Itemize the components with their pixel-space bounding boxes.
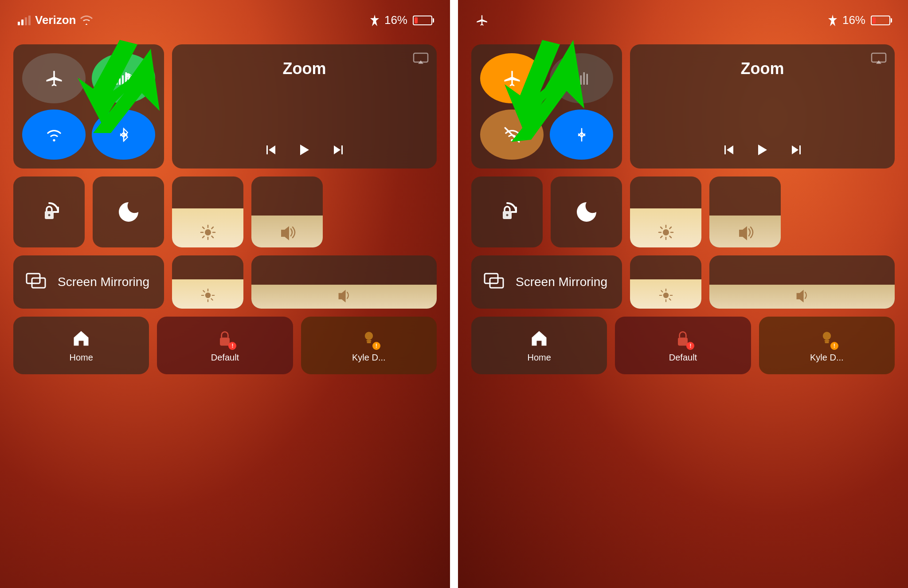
- volume-tile2-left[interactable]: [251, 255, 437, 309]
- battery-percent-left: 16%: [384, 13, 407, 27]
- home-shortcut-right[interactable]: Home: [471, 317, 607, 374]
- do-not-disturb-tile-right[interactable]: [551, 176, 622, 247]
- right-panel: 16%: [458, 0, 908, 588]
- volume2-icon-left: [336, 288, 352, 304]
- volume-icon-left: [278, 224, 296, 242]
- cellular-icon-right: [572, 69, 591, 88]
- wifi-btn-right[interactable]: [480, 110, 544, 160]
- volume-tile-left[interactable]: [251, 176, 323, 247]
- svg-point-5: [53, 139, 55, 141]
- media-controls-left: [263, 142, 346, 158]
- play-btn-right[interactable]: [755, 142, 771, 158]
- airplane-status-icon: [476, 14, 488, 27]
- kyle-shortcut-left[interactable]: ! Kyle D...: [301, 317, 437, 374]
- svg-point-37: [506, 214, 508, 216]
- svg-rect-29: [366, 340, 371, 341]
- brightness2-icon-left: [201, 288, 215, 304]
- location-icon: [370, 15, 379, 26]
- prev-btn-left[interactable]: [263, 142, 279, 158]
- default-shortcut-right[interactable]: ! Default: [615, 317, 751, 374]
- airplay-icon-left: [413, 52, 429, 67]
- status-left-right: [476, 14, 488, 27]
- brightness-tile2-right[interactable]: [630, 255, 701, 309]
- wifi-icon-left: [45, 125, 63, 144]
- middle-row-left: [13, 176, 437, 247]
- airplane-icon-right: [503, 69, 521, 88]
- svg-line-45: [669, 227, 671, 229]
- default-label-right: Default: [669, 353, 697, 363]
- svg-point-57: [823, 332, 831, 340]
- svg-rect-59: [825, 341, 829, 343]
- default-label-left: Default: [211, 353, 239, 363]
- connectivity-tile-left: [13, 44, 164, 169]
- brightness-tile2-left[interactable]: [172, 255, 243, 309]
- kyle-shortcut-right[interactable]: ! Kyle D...: [759, 317, 895, 374]
- airplane-mode-btn-left[interactable]: [22, 53, 86, 103]
- home-shortcut-left[interactable]: Home: [13, 317, 149, 374]
- media-controls-right: [721, 142, 804, 158]
- prev-btn-right[interactable]: [721, 142, 737, 158]
- svg-point-20: [205, 293, 210, 298]
- screen-mirroring-tile-right[interactable]: Screen Mirroring: [471, 255, 622, 309]
- wifi-status-icon: [80, 16, 93, 25]
- moon-icon-left: [115, 199, 142, 225]
- bluetooth-btn-left[interactable]: [92, 110, 155, 160]
- brightness-tile-right[interactable]: [630, 176, 701, 247]
- battery-percent-right: 16%: [842, 13, 865, 27]
- signal-bar-1: [18, 22, 20, 25]
- svg-line-16: [211, 227, 213, 229]
- alert-badge-right: !: [686, 342, 694, 350]
- home-label-right: Home: [527, 353, 551, 363]
- svg-line-54: [661, 290, 662, 292]
- bulb-icon-container-left: !: [359, 329, 379, 348]
- default-shortcut-left[interactable]: ! Default: [157, 317, 293, 374]
- alert-badge2-right: !: [830, 342, 838, 350]
- panel-divider: [450, 0, 458, 588]
- bluetooth-icon-right: [572, 125, 591, 144]
- home-icon-left: [71, 329, 91, 348]
- screen-mirroring-icon-left: [26, 271, 48, 293]
- cellular-icon-left: [114, 69, 133, 88]
- airplane-mode-btn-right[interactable]: [480, 53, 544, 103]
- home-label-left: Home: [69, 353, 93, 363]
- connectivity-tile-right: [471, 44, 622, 169]
- brightness-tile-left[interactable]: [172, 176, 243, 247]
- signal-bar-3: [25, 17, 27, 25]
- svg-line-17: [203, 236, 204, 238]
- status-bar: Verizon 16%: [18, 13, 432, 27]
- do-not-disturb-tile-left[interactable]: [93, 176, 164, 247]
- rotation-lock-tile-right[interactable]: [471, 176, 543, 247]
- zoom-tile-left[interactable]: Zoom: [172, 44, 437, 169]
- screen-mirroring-icon-right: [484, 271, 506, 293]
- svg-point-49: [663, 293, 668, 298]
- rotation-lock-tile-left[interactable]: [13, 176, 85, 247]
- wifi-btn-left[interactable]: [22, 110, 86, 160]
- airplane-icon-left: [45, 69, 63, 88]
- svg-point-28: [365, 332, 373, 340]
- volume-tile2-right[interactable]: [709, 255, 895, 309]
- svg-line-43: [661, 227, 662, 229]
- next-btn-left[interactable]: [330, 142, 346, 158]
- signal-bar-4: [28, 16, 31, 25]
- status-bar-right: 16%: [476, 13, 890, 27]
- screen-mirroring-tile-left[interactable]: Screen Mirroring: [13, 255, 164, 309]
- cellular-btn-left[interactable]: [92, 53, 155, 103]
- play-btn-left[interactable]: [297, 142, 313, 158]
- middle-row-right: [471, 176, 895, 247]
- zoom-tile-right[interactable]: Zoom: [630, 44, 895, 169]
- svg-rect-58: [824, 340, 829, 341]
- status-left: Verizon: [18, 13, 93, 27]
- next-btn-right[interactable]: [788, 142, 804, 158]
- cellular-btn-right[interactable]: [550, 53, 613, 103]
- volume-tile-right[interactable]: [709, 176, 781, 247]
- rotation-lock-icon-right: [494, 199, 521, 225]
- svg-point-33: [511, 139, 513, 141]
- bluetooth-btn-right[interactable]: [550, 110, 613, 160]
- svg-line-46: [661, 236, 662, 238]
- bottom-row-right: Home ! Default: [471, 317, 895, 374]
- screen-mirroring-label-left: Screen Mirroring: [58, 275, 149, 289]
- svg-line-26: [211, 299, 212, 300]
- mirroring-row-right: Screen Mirroring: [471, 255, 895, 309]
- signal-bar-2: [21, 20, 23, 25]
- battery-indicator-left: [413, 16, 432, 25]
